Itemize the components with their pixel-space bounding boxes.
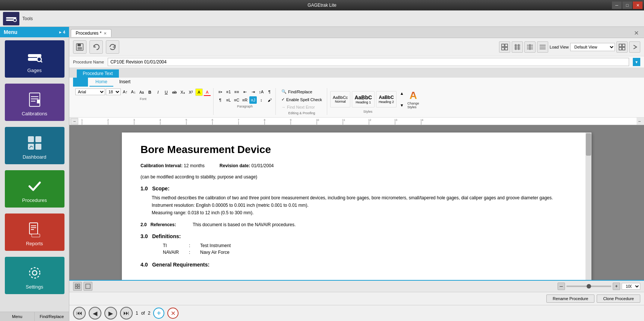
sidebar-header: Menu ▸ 4 [0, 27, 69, 37]
zoom-slider-thumb[interactable] [587, 284, 591, 289]
sidebar-pin-icon[interactable]: ▸ [59, 30, 61, 35]
align-center-btn[interactable]: ≡C [233, 96, 240, 104]
nav-last-btn[interactable]: ⏭ [120, 307, 133, 320]
superscript-btn[interactable]: X² [187, 88, 195, 96]
nav-play-btn[interactable]: ▶ [104, 307, 117, 320]
font-size-dropdown[interactable]: 18 [106, 88, 121, 95]
view-icon-btn-1[interactable] [499, 41, 510, 53]
align-right-btn[interactable]: ≡R [241, 96, 249, 104]
sidebar-item-calibrations[interactable]: Calibrations [5, 84, 64, 121]
font-style-btn[interactable]: Aa [138, 88, 145, 96]
nav-close-btn[interactable]: ✕ [167, 308, 179, 319]
style-heading2-btn[interactable]: AaBbC Heading 2 [376, 91, 397, 107]
strikethrough-btn[interactable]: ab [171, 88, 178, 96]
font-family-dropdown[interactable]: Arial [75, 88, 105, 95]
svg-rect-18 [29, 223, 38, 234]
bottom-icon-1[interactable] [73, 282, 82, 291]
ribbon-font-group: Arial 18 A↑ A↓ Aa B I U [73, 88, 214, 115]
find-replace-btn[interactable]: 🔍 Find/Replace [279, 88, 325, 95]
show-hide-btn[interactable]: ¶ [266, 88, 273, 96]
increase-indent-btn[interactable]: ⇥ [249, 88, 257, 96]
find-replace-btn[interactable]: Find/Replace [35, 312, 69, 321]
font-shrink-btn[interactable]: A↓ [130, 88, 137, 96]
nav-first-btn[interactable]: ⏮ [73, 307, 86, 320]
view-icon-btn-3[interactable] [524, 41, 536, 53]
rename-procedure-button[interactable]: Rename Procedure [546, 294, 594, 303]
toolbar-right: Load View Default View [499, 41, 640, 53]
nav-prev-btn[interactable]: ◀ [89, 307, 101, 320]
align-justify-btn[interactable]: ≡J [249, 96, 257, 104]
styles-scroll-down[interactable]: ▼ [398, 102, 405, 109]
highlight-btn[interactable]: A [195, 88, 203, 96]
minimize-button[interactable]: ─ [612, 1, 622, 9]
bullet-list-btn[interactable]: ≡• [217, 88, 224, 96]
ribbon-tab-home[interactable]: Home [89, 78, 113, 87]
show-para-btn[interactable]: ¶ [217, 96, 224, 104]
section-2-content: 2.0 References: This document is based o… [141, 222, 573, 227]
procedures-tab[interactable]: Procedures * ✕ [71, 29, 111, 37]
multilevel-list-btn[interactable]: ≡≡ [233, 88, 240, 96]
zoom-dropdown[interactable]: 100% [622, 283, 640, 290]
align-left-btn[interactable]: ≡L [225, 96, 232, 104]
spell-check-btn[interactable]: ✓ Enable Spell Check [279, 96, 325, 103]
maximize-button[interactable]: □ [622, 1, 632, 9]
view-arrow-btn[interactable] [629, 41, 640, 53]
subscript-btn[interactable]: X₂ [179, 88, 186, 96]
section-1-title: 1.0 Scope: [141, 186, 573, 191]
ribbon-tab-insert[interactable]: Insert [113, 78, 136, 87]
view-icon-btn-2[interactable] [512, 41, 523, 53]
font-grow-btn[interactable]: A↑ [121, 88, 129, 96]
zoom-plus-btn[interactable]: + [613, 283, 620, 290]
save-button[interactable] [73, 40, 86, 54]
change-styles-label: ChangeStyles [407, 102, 419, 109]
sidebar-item-dashboard[interactable]: Dashboard [5, 127, 64, 164]
clone-procedure-button[interactable]: Clone Procedure [597, 294, 640, 303]
style-heading1-btn[interactable]: AaBbC Heading 1 [352, 91, 375, 107]
bold-btn[interactable]: B [146, 88, 154, 96]
load-view-dropdown[interactable]: Default View [570, 43, 615, 51]
sidebar-item-gages[interactable]: Gages [5, 40, 64, 78]
reports-icon [23, 218, 46, 241]
scrollbar-thumb[interactable] [586, 133, 591, 156]
document-area[interactable]: Bore Measurement Device Calibration Inte… [69, 125, 644, 280]
sidebar-item-reports[interactable]: Reports [5, 214, 64, 251]
nav-add-btn[interactable]: + [153, 308, 164, 319]
change-styles-btn[interactable]: A ChangeStyles [405, 90, 421, 109]
procedure-name-dropdown[interactable]: ▼ [633, 58, 640, 66]
content-close-icon[interactable]: ✕ [632, 29, 641, 37]
shading-btn[interactable]: 🖌 [266, 96, 273, 104]
close-button[interactable]: ✕ [633, 1, 643, 9]
bottom-icon-2[interactable] [83, 282, 92, 291]
view-export-btn[interactable] [616, 41, 628, 53]
find-next-error-btn[interactable]: → Find Next Error [279, 104, 325, 110]
sidebar-item-settings[interactable]: Settings [5, 257, 64, 294]
zoom-slider[interactable] [566, 286, 611, 287]
numbered-list-btn[interactable]: ≡1 [225, 88, 232, 96]
styles-scroll-up[interactable]: ▲ [398, 90, 405, 97]
undo-button[interactable] [89, 40, 103, 54]
menu-bottom-btn[interactable]: Menu [0, 312, 35, 321]
svg-text:13: 13 [394, 119, 397, 121]
procedure-text-tab[interactable]: Procedure Text [77, 69, 119, 78]
svg-rect-4 [28, 58, 38, 61]
def-ti-key: TI [163, 242, 185, 249]
sort-btn[interactable]: ↕A [258, 88, 265, 96]
sidebar-item-procedures[interactable]: Procedures [5, 170, 64, 208]
style-normal-btn[interactable]: AaBbCc Normal [330, 91, 350, 107]
refresh-button[interactable] [106, 40, 119, 54]
line-spacing-btn[interactable]: ↕ [258, 96, 265, 104]
italic-btn[interactable]: I [154, 88, 162, 96]
view-icon-btn-4[interactable] [537, 41, 548, 53]
svg-text:5: 5 [186, 119, 187, 121]
doc-scrollbar[interactable] [585, 133, 591, 280]
ribbon-tabs: Home Insert [73, 78, 640, 87]
gages-icon [23, 45, 46, 68]
ruler: ↔ 1 2 3 4 5 6 7 [69, 118, 644, 125]
underline-btn[interactable]: U [162, 88, 170, 96]
tab-close-icon[interactable]: ✕ [104, 31, 107, 35]
procedure-name-input[interactable] [108, 58, 629, 66]
font-color-btn[interactable]: A [203, 88, 211, 96]
decrease-indent-btn[interactable]: ⇤ [241, 88, 249, 96]
def-row-navair: NAVAIR : Navy Air Force [152, 249, 573, 256]
zoom-minus-btn[interactable]: ─ [558, 283, 565, 290]
